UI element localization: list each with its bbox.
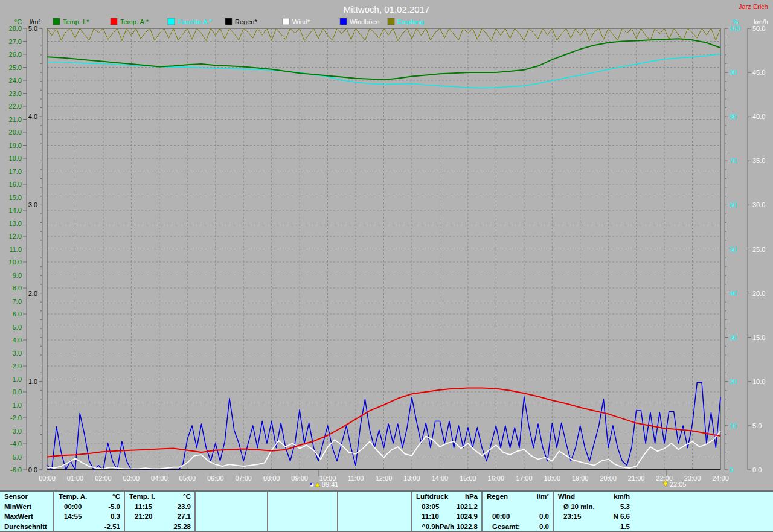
x-tick-label: 07:00 [235, 475, 252, 482]
x-tick-label: 18:00 [544, 475, 560, 482]
table-col-unit: l/m² [537, 492, 549, 502]
axis-tick-label-temp_c: 1.0 [13, 376, 22, 383]
axis-tick-label-temp_c: 6.0 [13, 310, 22, 318]
table-cell [483, 502, 553, 512]
table-column: Windkm/hØ 10 min.5.323:15N 6.61.5 [553, 492, 773, 531]
table-column: Regenl/m²00:000.0Gesamt:0.0 [481, 492, 553, 531]
table-cell-value: 27.1 [178, 511, 191, 522]
table-cell: ^0.9hPa/h1022.8 [412, 522, 481, 532]
watermark-author: Jarz Erich [739, 3, 768, 10]
table-col-title: Temp. I. [129, 492, 155, 502]
axis-tick-label-temp_c: 24.0 [9, 77, 22, 84]
table-cell-label: Ø 10 min. [563, 502, 595, 512]
legend-swatch-2 [111, 18, 117, 25]
axis-tick-label-humidity_pct: 10 [730, 422, 737, 429]
x-tick-label: 04:00 [151, 475, 168, 482]
axis-tick-label-temp_c: 25.0 [9, 64, 22, 71]
table-cell-label: 23:15 [563, 511, 581, 522]
table-column [267, 492, 337, 531]
series-empfang [47, 28, 720, 41]
table-cell-value: 0.0 [539, 511, 549, 522]
table-cell [268, 522, 337, 532]
legend-swatch-4 [225, 18, 232, 25]
marker-time-label: 09:41 [322, 481, 339, 488]
legend-swatch-6 [340, 18, 347, 25]
axis-tick-label-temp_c: 16.0 [9, 181, 22, 188]
axis-tick-label-humidity_pct: 30 [730, 334, 737, 341]
axis-tick-label-temp_c: 19.0 [9, 142, 22, 149]
x-tick-label: 02:00 [95, 475, 112, 482]
x-tick-label: 12:00 [376, 475, 393, 482]
table-cell-label: 00:00 [492, 511, 510, 522]
table-cell: 11:101024.9 [412, 511, 481, 522]
table-cell: 03:051021.2 [412, 502, 481, 512]
axis-tick-label-temp_c: 23.0 [9, 90, 22, 97]
table-cell-label: ^0.9hPa/h [422, 522, 454, 532]
table-column: SensorMinWertMaxWertDurchschnitt [0, 492, 53, 531]
table-cell: 1.5 [554, 522, 773, 532]
x-tick-label: 11:00 [348, 475, 364, 482]
table-cell-value: 1021.2 [457, 502, 478, 512]
axis-tick-label-temp_c: 0.0 [13, 388, 22, 396]
table-column [194, 492, 267, 531]
sun-down-arrow-icon [663, 482, 668, 487]
table-col-unit: °C [183, 492, 191, 502]
weather-station-screen: Mittwoch, 01.02.2017 Jarz Erich °C l/m² … [0, 0, 773, 532]
axis-tick-label-temp_c: 15.0 [9, 194, 22, 201]
table-column: LuftdruckhPa03:051021.211:101024.9^0.9hP… [411, 492, 481, 531]
table-cell: 14:550.3 [54, 511, 124, 522]
x-tick-label: 24:00 [712, 475, 729, 482]
axis-tick-label-temp_c: 27.0 [9, 38, 22, 45]
table-col-unit: km/h [614, 492, 630, 502]
table-cell: 21:2027.1 [125, 511, 194, 522]
chart-grid [47, 28, 720, 470]
axis-tick-label-humidity_pct: 50 [730, 246, 737, 253]
table-cell-value: 0.3 [111, 511, 120, 522]
table-col-title: Wind [558, 492, 575, 502]
table-cell [268, 511, 337, 522]
axis-tick-label-wind_kmh: 25.0 [752, 246, 765, 253]
axis-tick-label-temp_c: -3.0 [10, 428, 22, 435]
chart-axes: -6.0-5.0-4.0-3.0-2.0-1.00.01.02.03.04.05… [9, 25, 766, 473]
table-cell [338, 522, 411, 532]
table-cell [196, 502, 267, 512]
table-cell-value: 5.3 [620, 502, 630, 512]
table-cell-label: Gesamt: [492, 522, 520, 532]
table-col-header [196, 492, 267, 502]
axis-tick-label-temp_c: 7.0 [13, 298, 22, 305]
x-tick-label: 06:00 [207, 475, 224, 482]
legend-swatch-5 [283, 18, 289, 25]
table-col-header: Windkm/h [554, 492, 773, 502]
axis-tick-label-temp_c: 3.0 [13, 350, 22, 357]
axis-tick-label-humidity_pct: 20 [730, 378, 737, 385]
axis-tick-label-temp_c: -1.0 [10, 402, 22, 409]
axis-tick-label-temp_c: 17.0 [9, 168, 22, 175]
table-cell [196, 511, 267, 522]
axis-tick-label-temp_c: -4.0 [10, 440, 22, 447]
table-cell: 23:15N 6.6 [554, 511, 773, 522]
legend-swatch-7 [388, 18, 394, 25]
axis-tick-label-temp_c: 11.0 [9, 246, 22, 253]
axis-tick-label-wind_kmh: 5.0 [752, 422, 762, 429]
x-tick-label: 09:00 [291, 475, 308, 482]
x-tick-label: 16:00 [488, 475, 505, 482]
axis-tick-label-wind_kmh: 0.0 [752, 466, 762, 473]
axis-tick-label-temp_c: 26.0 [9, 51, 22, 58]
table-cell-label: 03:05 [422, 502, 439, 512]
axis-tick-label-temp_c: 8.0 [13, 284, 22, 292]
axis-tick-label-wind_kmh: 45.0 [752, 69, 765, 76]
axis-tick-label-temp_c: 12.0 [9, 232, 22, 240]
table-cell [196, 522, 267, 532]
table-cell: Ø 10 min.5.3 [554, 502, 773, 512]
table-col-unit: hPa [465, 492, 478, 502]
table-cell: 00:000.0 [483, 511, 553, 522]
x-tick-label: 21:00 [628, 475, 645, 482]
table-column: Temp. A.°C00:00-5.014:550.3-2.51 [53, 492, 124, 531]
axis-tick-label-wind_kmh: 50.0 [752, 25, 765, 32]
table-col-header [268, 492, 337, 502]
table-cell-label: 00:00 [64, 502, 82, 512]
x-tick-label: 19:00 [572, 475, 589, 482]
axis-tick-label-rain_lm2: 5.0 [28, 25, 37, 32]
axis-tick-label-temp_c: 5.0 [13, 324, 22, 331]
axis-tick-label-temp_c: -6.0 [10, 466, 22, 473]
